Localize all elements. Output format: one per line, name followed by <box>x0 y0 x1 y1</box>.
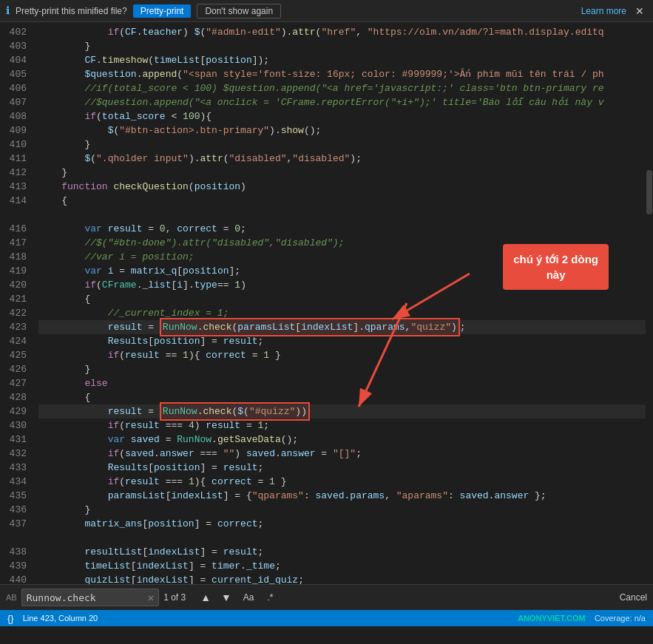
learn-more-link[interactable]: Learn more <box>581 6 626 16</box>
code-line-425: if(result == 1){ correct = 1 } <box>38 348 646 362</box>
search-clear-icon[interactable]: ✕ <box>148 592 154 604</box>
code-line-414: { <box>38 194 646 208</box>
code-line-402: if(CF.teacher) $("#admin-edit").attr("hr… <box>38 25 646 39</box>
search-count: 1 of 3 <box>163 592 193 603</box>
scrollbar-thumb[interactable] <box>646 170 652 214</box>
brand-text: ANONYVIET.COM <box>518 614 586 623</box>
dont-show-again-button[interactable]: Don't show again <box>197 4 281 18</box>
code-line-439: timeList[indexList] = timer._time; <box>38 559 646 573</box>
code-line-blank2 <box>38 531 646 545</box>
regex-button[interactable]: .* <box>263 591 278 604</box>
cancel-search-button[interactable]: Cancel <box>620 592 647 603</box>
code-line-427: else <box>38 376 646 390</box>
code-line-430: if(result === 4) result = 1; <box>38 418 646 433</box>
code-line-437: matrix_ans[position] = correct; <box>38 517 646 531</box>
code-line-435: paramsList[indexList] = {"qparams": save… <box>38 489 646 503</box>
coverage-text: Coverage: n/a <box>595 614 646 623</box>
code-line-434: if(result === 1){ correct = 1 } <box>38 475 646 489</box>
status-bar: {} Line 423, Column 20 ANONYVIET.COM Cov… <box>0 610 653 626</box>
search-ab-icon: AB <box>6 593 17 602</box>
code-line-blank1 <box>38 208 646 222</box>
code-line-440: quizList[indexList] = current_id_quiz; <box>38 573 646 584</box>
code-line-421: { <box>38 292 646 306</box>
code-line-409: $("#btn-action>.btn-primary").show(); <box>38 123 646 138</box>
scrollbar[interactable] <box>646 22 653 584</box>
code-line-404: CF.timeshow(timeList[position]); <box>38 53 646 67</box>
search-input-wrapper[interactable]: ✕ <box>21 589 159 606</box>
top-bar: ℹ Pretty-print this minified file? Prett… <box>0 0 653 22</box>
pretty-print-prompt: Pretty-print this minified file? <box>16 6 127 16</box>
code-line-438: resultList[indexList] = result; <box>38 545 646 559</box>
code-line-416: var result = 0, correct = 0; <box>38 222 646 236</box>
match-case-button[interactable]: Aa <box>239 591 259 604</box>
search-nav-down-button[interactable]: ▼ <box>218 590 234 605</box>
code-line-406: //if(total_score < 100) $question.append… <box>38 81 646 95</box>
code-line-426: } <box>38 362 646 376</box>
code-line-410: } <box>38 138 646 152</box>
code-line-413: function checkQuestion(position) <box>38 180 646 194</box>
search-nav-up-button[interactable]: ▲ <box>197 590 214 605</box>
code-line-429: result = RunNow.check($("#quizz")) <box>38 404 646 418</box>
code-content[interactable]: if(CF.teacher) $("#admin-edit").attr("hr… <box>33 22 646 584</box>
code-line-436: } <box>38 503 646 517</box>
code-line-407: //$question.append("<a onclick = 'CFrame… <box>38 95 646 109</box>
line-numbers: 402 403 404 405 406 407 408 409 410 411 … <box>0 22 33 584</box>
editor-area: 402 403 404 405 406 407 408 409 410 411 … <box>0 22 653 584</box>
status-brand: ANONYVIET.COM Coverage: n/a <box>518 614 646 623</box>
pretty-print-button[interactable]: Pretty-print <box>133 4 192 18</box>
code-line-412: } <box>38 166 646 180</box>
status-position: Line 423, Column 20 <box>23 614 98 623</box>
code-line-431: var saved = RunNow.getSaveData(); <box>38 433 646 447</box>
code-line-403: } <box>38 39 646 53</box>
code-line-411: $(".qholder input").attr("disabled","dis… <box>38 152 646 166</box>
code-line-408: if(total_score < 100){ <box>38 109 646 123</box>
code-line-433: Results[position] = result; <box>38 461 646 475</box>
code-line-428: { <box>38 390 646 404</box>
search-bar: AB ✕ 1 of 3 ▲ ▼ Aa .* Cancel <box>0 584 653 610</box>
code-line-423: result = RunNow.check(paramsList[indexLi… <box>38 320 646 334</box>
code-line-405: $question.append("<span style='font-size… <box>38 67 646 81</box>
annotation-box: chú ý tới 2 dòngnày <box>503 244 609 290</box>
close-top-bar-button[interactable]: ✕ <box>632 5 647 17</box>
info-icon: ℹ <box>6 4 10 17</box>
code-line-432: if(saved.answer === "") saved.answer = "… <box>38 447 646 461</box>
status-bracket-icon: {} <box>7 613 14 624</box>
search-input[interactable] <box>27 592 145 603</box>
